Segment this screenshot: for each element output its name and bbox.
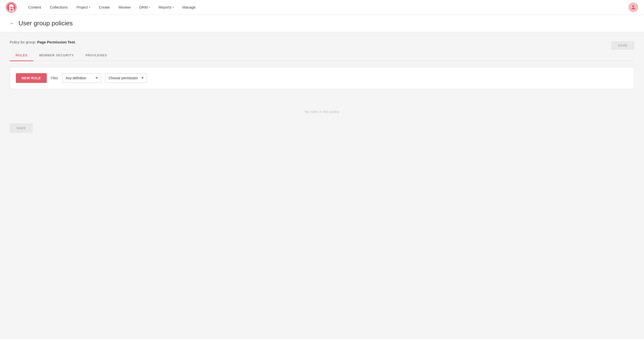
- avatar[interactable]: [628, 3, 638, 12]
- nav-item-review[interactable]: Review: [115, 3, 134, 11]
- nav-item-manage[interactable]: Manage: [178, 3, 200, 11]
- tab-privileges[interactable]: PRIVILEGES: [80, 50, 113, 61]
- nav-item-content[interactable]: Content: [24, 3, 45, 11]
- nav-item-collections[interactable]: Collections: [46, 3, 72, 11]
- nav-item-drm[interactable]: DRM ▾: [136, 3, 154, 11]
- project-chevron-icon: ▾: [89, 6, 90, 9]
- save-button-bottom[interactable]: SAVE: [10, 123, 33, 133]
- page-title: User group policies: [18, 20, 73, 27]
- svg-point-2: [632, 5, 634, 7]
- permission-dropdown[interactable]: Choose permission: [105, 73, 147, 83]
- tab-member-security[interactable]: MEMBER SECURITY: [34, 50, 80, 61]
- group-name: Page Permission Test: [37, 40, 75, 44]
- nav-item-reports[interactable]: Reports ▾: [155, 3, 178, 11]
- filter-label: Filter: [51, 76, 58, 80]
- definition-dropdown[interactable]: Any definition: [62, 73, 101, 83]
- new-rule-button[interactable]: NEW RULE: [16, 73, 47, 83]
- rules-card: NEW RULE Filter Any definition Choose pe…: [10, 67, 634, 89]
- save-button-top[interactable]: SAVE: [611, 41, 634, 50]
- page-header: ← User group policies: [0, 15, 644, 32]
- tab-rules[interactable]: RULES: [10, 50, 34, 61]
- nav-item-create[interactable]: Create: [95, 3, 114, 11]
- empty-state: No rules in this policy: [10, 95, 634, 123]
- tabs: RULES MEMBER SECURITY PRIVILEGES: [10, 50, 634, 61]
- navbar: Content Collections Project ▾ Create Rev…: [0, 0, 644, 15]
- reports-chevron-icon: ▾: [172, 6, 174, 9]
- drm-chevron-icon: ▾: [149, 6, 150, 9]
- back-button[interactable]: ←: [10, 21, 14, 26]
- rules-toolbar: NEW RULE Filter Any definition Choose pe…: [16, 73, 628, 83]
- policy-info: Policy for group: Page Permission Test.: [10, 40, 634, 44]
- brand-logo[interactable]: [6, 2, 16, 13]
- content-area: Policy for group: Page Permission Test. …: [0, 32, 644, 339]
- nav-item-project[interactable]: Project ▾: [72, 3, 94, 11]
- nav-links: Content Collections Project ▾ Create Rev…: [24, 3, 628, 11]
